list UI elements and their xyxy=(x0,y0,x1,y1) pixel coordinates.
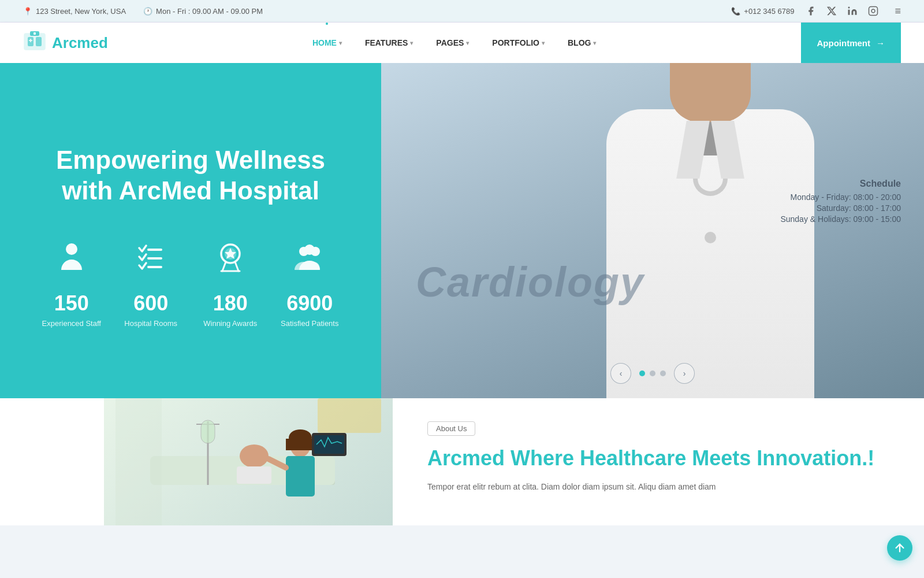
hero-left-panel: Empowering Wellness with ArcMed Hospital… xyxy=(0,63,381,398)
phone-number: +012 345 6789 xyxy=(744,7,794,16)
stat-label-rooms: Hospital Rooms xyxy=(124,319,177,328)
nav-home[interactable]: HOME ▾ xyxy=(301,23,353,63)
schedule-line-2: Saturday: 08:00 - 17:00 xyxy=(780,203,901,213)
schedule-title: Schedule xyxy=(780,179,901,189)
stat-label-staff: Experienced Staff xyxy=(42,319,101,328)
svg-rect-13 xyxy=(70,263,73,268)
nav-features[interactable]: FEATURES ▾ xyxy=(353,23,424,63)
about-content: About Us Arcmed Where Healthcare Meets I… xyxy=(393,398,924,525)
carousel-dot-2[interactable] xyxy=(650,370,655,376)
phone-icon: 📞 xyxy=(731,7,740,16)
svg-rect-7 xyxy=(33,32,36,35)
svg-rect-32 xyxy=(286,456,315,497)
hospital-image xyxy=(104,398,393,525)
svg-rect-5 xyxy=(36,37,42,46)
below-hero-section: About Us Arcmed Where Healthcare Meets I… xyxy=(0,398,924,525)
hours-text: Mon - Fri : 09.00 AM - 09.00 PM xyxy=(156,7,263,16)
svg-rect-3 xyxy=(24,34,45,50)
stat-number-patients: 6900 xyxy=(286,291,333,316)
doctor-background: Cardiology Schedule Monday - Friday: 08:… xyxy=(381,63,924,398)
address-info: 📍 123 Street, New York, USA xyxy=(23,7,126,16)
clock-icon: 🕐 xyxy=(143,7,152,16)
svg-point-10 xyxy=(66,243,77,255)
svg-rect-42 xyxy=(116,398,162,525)
svg-point-0 xyxy=(848,7,850,9)
stat-number-staff: 150 xyxy=(54,291,89,316)
address-text: 123 Street, New York, USA xyxy=(36,7,126,16)
navbar: Arcmed HOME ▾ FEATURES ▾ PAGES ▾ PORTFOL… xyxy=(0,23,924,63)
appointment-button[interactable]: Appointment → xyxy=(801,23,901,63)
instagram-icon[interactable] xyxy=(867,5,880,17)
stat-awards: 180 Winning Awards xyxy=(193,241,267,328)
nav-blog[interactable]: BLOG ▾ xyxy=(556,23,608,63)
chevron-down-icon: ▾ xyxy=(466,40,469,46)
stat-experienced-staff: 150 Experienced Staff xyxy=(35,241,109,328)
svg-line-21 xyxy=(222,262,226,271)
about-text: Tempor erat elitr rebum at clita. Diam d… xyxy=(427,480,889,494)
stat-label-awards: Winning Awards xyxy=(203,319,257,328)
stat-hospital-rooms: 600 Hospital Rooms xyxy=(114,241,188,328)
hero-right-panel: Cardiology Schedule Monday - Friday: 08:… xyxy=(381,63,924,398)
award-icon xyxy=(213,241,248,282)
chevron-down-icon: ▾ xyxy=(593,40,596,46)
chevron-down-icon: ▾ xyxy=(339,40,342,46)
doctor-icon xyxy=(54,241,89,282)
phone-info: 📞 +012 345 6789 xyxy=(731,7,794,16)
schedule-line-3: Sunday & Holidays: 09:00 - 15:00 xyxy=(780,214,901,224)
svg-rect-30 xyxy=(237,466,271,484)
carousel-dot-1[interactable] xyxy=(639,370,645,376)
stat-number-rooms: 600 xyxy=(133,291,168,316)
svg-point-29 xyxy=(240,444,269,468)
hero-title: Empowering Wellness with ArcMed Hospital xyxy=(35,145,346,206)
topbar-right: 📞 +012 345 6789 ≡ xyxy=(731,5,901,17)
checklist-icon xyxy=(133,241,168,282)
svg-rect-1 xyxy=(869,7,878,16)
logo-icon xyxy=(23,29,46,57)
linkedin-icon[interactable] xyxy=(846,5,859,17)
topbar-left: 📍 123 Street, New York, USA 🕐 Mon - Fri … xyxy=(23,7,263,16)
hospital-scene xyxy=(104,398,393,525)
svg-line-22 xyxy=(235,262,239,271)
carousel-dots xyxy=(639,370,666,376)
nav-pages[interactable]: PAGES ▾ xyxy=(424,23,480,63)
logo-text: Arcmed xyxy=(52,34,108,52)
schedule-line-1: Monday - Friday: 08:00 - 20:00 xyxy=(780,192,901,202)
arrow-right-icon: → xyxy=(876,38,885,48)
nav-links: HOME ▾ FEATURES ▾ PAGES ▾ PORTFOLIO ▾ BL… xyxy=(301,23,608,63)
carousel-prev-button[interactable]: ‹ xyxy=(610,363,631,384)
svg-rect-34 xyxy=(286,439,315,450)
chevron-down-icon: ▾ xyxy=(542,40,545,46)
about-tag: About Us xyxy=(427,421,475,436)
hours-info: 🕐 Mon - Fri : 09.00 AM - 09.00 PM xyxy=(143,7,263,16)
facebook-icon[interactable] xyxy=(804,5,817,17)
schedule-box: Schedule Monday - Friday: 08:00 - 20:00 … xyxy=(780,179,901,225)
carousel-next-button[interactable]: › xyxy=(674,363,695,384)
svg-rect-41 xyxy=(318,398,381,433)
carousel-controls: ‹ › xyxy=(610,363,695,384)
svg-rect-38 xyxy=(201,420,215,443)
stat-label-patients: Satisfied Patients xyxy=(281,319,338,328)
stat-number-awards: 180 xyxy=(213,291,248,316)
group-icon xyxy=(292,241,327,282)
hamburger-menu-icon[interactable]: ≡ xyxy=(895,5,901,17)
svg-rect-40 xyxy=(314,435,344,454)
stats-grid: 150 Experienced Staff 600 Hospital Ro xyxy=(35,241,346,328)
topbar: 📍 123 Street, New York, USA 🕐 Mon - Fri … xyxy=(0,0,924,23)
carousel-dot-3[interactable] xyxy=(660,370,666,376)
about-title: Arcmed Where Healthcare Meets Innovation… xyxy=(427,445,889,471)
cardiology-text: Cardiology xyxy=(416,258,644,306)
svg-point-26 xyxy=(304,244,315,255)
twitter-x-icon[interactable] xyxy=(825,5,838,17)
nav-portfolio[interactable]: PORTFOLIO ▾ xyxy=(480,23,556,63)
logo[interactable]: Arcmed xyxy=(23,29,108,57)
chevron-down-icon: ▾ xyxy=(410,40,413,46)
social-icons xyxy=(804,5,880,17)
stat-patients: 6900 Satisfied Patients xyxy=(273,241,347,328)
hero-section: Empowering Wellness with ArcMed Hospital… xyxy=(0,63,924,398)
location-icon: 📍 xyxy=(23,7,32,16)
